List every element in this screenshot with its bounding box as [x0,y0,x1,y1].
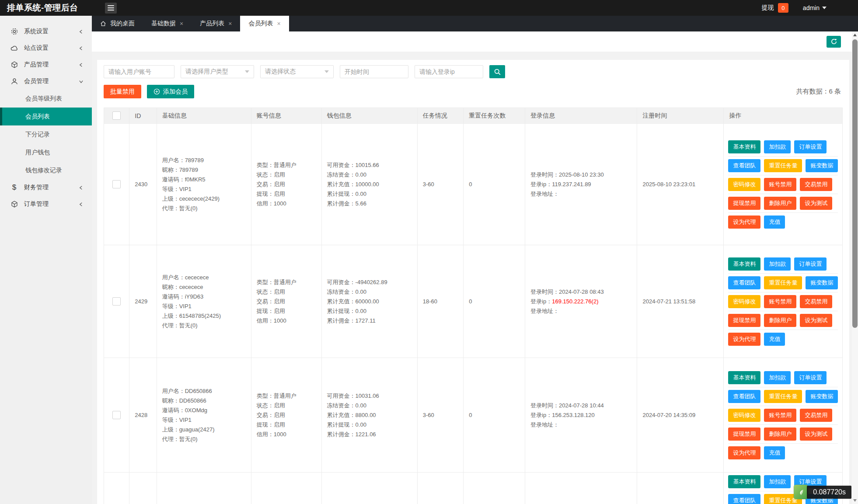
op-button[interactable]: 订单设置 [794,140,827,153]
info-line: 昵称：789789 [162,165,246,175]
op-button[interactable]: 充值 [764,333,785,346]
task-cell: 3-60 [417,358,464,473]
op-button[interactable]: 加扣款 [764,140,791,153]
op-button[interactable]: 订单设置 [794,257,827,271]
tab[interactable]: 产品列表× [192,16,240,31]
info-line: 冻结资金：0.00 [327,170,412,180]
info-line: 代理：暂无(0) [162,204,246,213]
close-icon[interactable]: × [277,21,280,27]
row-checkbox[interactable] [112,297,121,306]
column-header: 基础信息 [157,108,251,124]
op-button[interactable]: 订单设置 [794,371,827,384]
member-id-cell: 2429 [129,245,157,358]
select-all-checkbox[interactable] [112,111,121,120]
op-button[interactable]: 加扣款 [764,257,791,271]
op-button[interactable]: 交易禁用 [800,409,832,422]
user-type-select[interactable]: 请选择用户类型 [181,65,254,78]
op-button[interactable]: 交易禁用 [800,295,832,308]
close-icon[interactable]: × [228,21,232,27]
op-button[interactable]: 删除用户 [764,197,796,210]
op-button[interactable]: 密码修改 [728,295,760,308]
app-title: 排单系统-管理后台 [0,2,92,14]
op-button[interactable]: 设为测试 [800,428,832,441]
op-button[interactable]: 查看团队 [728,159,760,172]
info-line: 累计佣金：5.66 [327,199,412,209]
op-button[interactable]: 设为代理 [728,333,760,346]
op-button[interactable]: 查看团队 [728,390,760,403]
op-button[interactable]: 重置任务量 [764,276,802,289]
tab-active[interactable]: 会员列表× [240,16,289,31]
op-button[interactable]: 删除用户 [764,314,796,327]
refresh-button[interactable] [827,36,841,48]
op-button[interactable]: 账变数据 [806,390,838,403]
sidebar-subitem[interactable]: 下分记录 [0,125,92,143]
status-select[interactable]: 请选择状态 [260,65,334,78]
info-line: 状态：启用 [257,287,316,297]
op-button[interactable]: 密码修改 [728,409,760,422]
sidebar-item-label: 订单管理 [24,200,49,208]
chevron-down-icon [822,7,827,9]
op-button[interactable]: 重置任务量 [764,390,802,403]
op-button[interactable]: 账变数据 [806,276,838,289]
op-button[interactable]: 设为测试 [800,197,832,210]
user-menu[interactable]: admin [803,4,827,11]
withdraw-link[interactable]: 提现 [762,4,774,12]
op-button[interactable]: 提现禁用 [728,314,760,327]
op-button[interactable]: 加扣款 [764,475,791,488]
batch-disable-button[interactable]: 批量禁用 [104,85,141,98]
sidebar-subitem[interactable]: 钱包修改记录 [0,161,92,179]
scroll-down-icon[interactable] [853,499,857,502]
menu-toggle-icon[interactable] [105,3,117,14]
reset-count-cell: 0 [464,245,525,358]
op-button[interactable]: 重置任务量 [764,159,802,172]
sidebar-item[interactable]: 系统设置 [0,23,92,40]
op-button[interactable]: 账变数据 [806,159,838,172]
sidebar-subitem-active[interactable]: 会员列表 [0,108,92,125]
scroll-up-icon[interactable] [853,34,857,36]
tab[interactable]: 基础数据× [143,16,192,31]
sidebar-item-label: 系统设置 [24,28,49,35]
vertical-scrollbar[interactable] [852,31,858,504]
op-button[interactable]: 查看团队 [728,276,760,289]
op-button[interactable]: 查看团队 [728,494,760,504]
op-button[interactable]: 账号禁用 [764,178,796,191]
tab[interactable]: 我的桌面 [92,16,143,31]
op-button[interactable]: 基本资料 [728,371,760,384]
row-checkbox[interactable] [112,180,121,188]
op-button[interactable]: 提现禁用 [728,197,760,210]
op-button[interactable]: 密码修改 [728,178,760,191]
sidebar-subitem[interactable]: 会员等级列表 [0,90,92,108]
op-button[interactable]: 基本资料 [728,475,760,488]
op-button[interactable]: 基本资料 [728,140,760,153]
op-button[interactable]: 设为代理 [728,216,760,229]
row-checkbox[interactable] [112,411,121,419]
op-button[interactable]: 设为测试 [800,314,832,327]
add-member-button[interactable]: 添加会员 [147,85,194,98]
sidebar-subitem[interactable]: 用户钱包 [0,143,92,161]
sidebar-item[interactable]: 订单管理 [0,196,92,212]
op-button[interactable]: 充值 [764,446,785,459]
op-button[interactable]: 删除用户 [764,428,796,441]
sidebar-item[interactable]: 站点设置 [0,40,92,56]
withdraw-count-badge[interactable]: 0 [778,3,788,13]
scrollbar-thumb[interactable] [852,39,858,328]
op-button[interactable]: 账号禁用 [764,409,796,422]
op-button[interactable]: 交易禁用 [800,178,832,191]
info-line: 状态：启用 [257,170,316,180]
op-button[interactable]: 提现禁用 [728,428,760,441]
user-icon [10,77,18,86]
sidebar-item[interactable]: 产品管理 [0,56,92,73]
info-line: 累计提现：0.00 [327,420,412,430]
op-button[interactable]: 充值 [764,216,785,229]
account-input[interactable] [104,65,174,78]
search-button[interactable] [489,65,505,78]
start-time-input[interactable] [340,65,408,78]
op-button[interactable]: 设为代理 [728,446,760,459]
op-button[interactable]: 基本资料 [728,257,760,271]
login-ip-input[interactable] [415,65,483,78]
op-button[interactable]: 加扣款 [764,371,791,384]
op-button[interactable]: 账号禁用 [764,295,796,308]
close-icon[interactable]: × [180,21,183,27]
sidebar-item[interactable]: 会员管理 [0,73,92,90]
sidebar-item[interactable]: $财务管理 [0,179,92,196]
